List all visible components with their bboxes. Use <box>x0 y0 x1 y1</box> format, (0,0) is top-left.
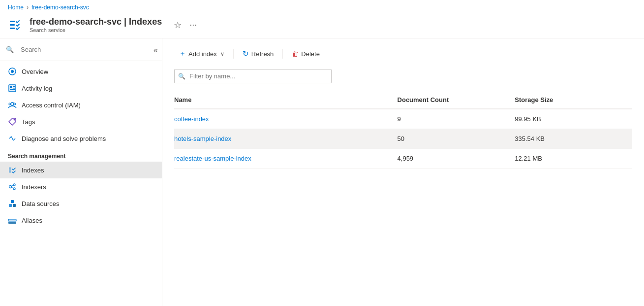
col-header-count: Document Count <box>398 91 515 109</box>
svg-point-22 <box>13 188 15 190</box>
indexes-table: Name Document Count Storage Size coffee-… <box>174 91 632 169</box>
delete-label: Delete <box>301 50 320 58</box>
index-doc-count: 50 <box>398 129 515 149</box>
add-index-button[interactable]: ＋ Add index ∨ <box>174 46 229 61</box>
svg-rect-0 <box>10 21 15 22</box>
page-title: free-demo-search-svc | Indexes <box>30 17 162 27</box>
index-name-link[interactable]: coffee-index <box>174 115 209 123</box>
index-storage-size: 335.54 KB <box>515 129 632 149</box>
search-icon: 🔍 <box>6 46 14 53</box>
add-icon: ＋ <box>179 49 186 58</box>
collapse-button[interactable]: « <box>150 43 162 57</box>
sidebar-item-tags[interactable]: Tags <box>0 113 162 130</box>
sidebar-item-aliases[interactable]: Aliases <box>0 212 162 229</box>
svg-rect-6 <box>10 86 12 88</box>
index-name-cell: realestate-us-sample-index <box>174 149 398 169</box>
filter-input-wrapper <box>174 69 332 83</box>
svg-line-24 <box>12 187 14 188</box>
refresh-button[interactable]: ↻ Refresh <box>238 46 279 61</box>
indexes-table-wrap: Name Document Count Storage Size coffee-… <box>174 91 632 298</box>
header-actions: ☆ ··· <box>172 18 199 33</box>
svg-line-15 <box>11 136 13 140</box>
svg-rect-1 <box>10 24 15 26</box>
add-dropdown-icon: ∨ <box>220 51 224 57</box>
sidebar-item-overview-label: Overview <box>22 68 48 75</box>
aliases-icon <box>8 216 17 225</box>
svg-rect-28 <box>8 219 16 221</box>
toolbar-separator <box>233 49 234 59</box>
sidebar-item-diagnose[interactable]: Diagnose and solve problems <box>0 130 162 147</box>
svg-line-16 <box>13 138 15 140</box>
svg-rect-26 <box>13 204 16 207</box>
svg-point-20 <box>9 186 12 188</box>
sidebar-item-activity-log[interactable]: Activity log <box>0 80 162 97</box>
refresh-icon: ↻ <box>243 49 249 58</box>
activity-log-icon <box>8 84 17 93</box>
data-sources-icon <box>8 199 17 208</box>
svg-rect-9 <box>10 89 15 90</box>
page-subtitle: Search service <box>30 27 162 33</box>
sidebar-item-data-sources-label: Data sources <box>22 200 60 207</box>
breadcrumb-home[interactable]: Home <box>8 4 24 11</box>
table-row: hotels-sample-index50335.54 KB <box>174 129 632 149</box>
toolbar: ＋ Add index ∨ ↻ Refresh 🗑 Delete <box>174 46 632 61</box>
refresh-label: Refresh <box>251 50 274 58</box>
svg-point-13 <box>14 119 15 121</box>
svg-rect-7 <box>13 86 15 87</box>
svg-line-23 <box>12 185 14 186</box>
index-name-link[interactable]: realestate-us-sample-index <box>174 155 251 162</box>
diagnose-icon <box>8 134 17 143</box>
svg-rect-2 <box>10 28 15 29</box>
sidebar-item-indexes[interactable]: Indexes <box>0 162 162 178</box>
favorite-button[interactable]: ☆ <box>172 18 184 33</box>
delete-button[interactable]: 🗑 Delete <box>287 47 325 61</box>
svg-line-14 <box>9 136 11 138</box>
filter-bar <box>174 69 632 83</box>
index-storage-size: 12.21 MB <box>515 149 632 169</box>
header-text: free-demo-search-svc | Indexes Search se… <box>30 17 162 33</box>
svg-point-4 <box>11 70 14 73</box>
tags-icon <box>8 117 17 126</box>
sidebar-item-access-control-label: Access control (IAM) <box>22 102 81 109</box>
index-name-cell: coffee-index <box>174 109 398 129</box>
index-doc-count: 4,959 <box>398 149 515 169</box>
sidebar-search-container: 🔍 « <box>0 38 162 61</box>
index-name-cell: hotels-sample-index <box>174 129 398 149</box>
sidebar-nav: Overview Activity log Access control (IA… <box>0 61 162 306</box>
svg-rect-25 <box>9 204 12 207</box>
search-input[interactable] <box>17 43 156 56</box>
overview-icon <box>8 67 17 76</box>
index-name-link[interactable]: hotels-sample-index <box>174 135 231 142</box>
sidebar-item-overview[interactable]: Overview <box>0 63 162 80</box>
sidebar-item-activity-log-label: Activity log <box>22 85 52 92</box>
breadcrumb-separator: › <box>27 4 29 11</box>
sidebar-item-aliases-label: Aliases <box>22 217 42 224</box>
table-row: realestate-us-sample-index4,95912.21 MB <box>174 149 632 169</box>
filter-input[interactable] <box>174 69 332 83</box>
col-header-name: Name <box>174 91 398 109</box>
main-content: ＋ Add index ∨ ↻ Refresh 🗑 Delete <box>162 38 644 306</box>
breadcrumb: Home › free-demo-search-svc <box>0 0 644 15</box>
index-doc-count: 9 <box>398 109 515 129</box>
svg-point-21 <box>13 184 15 186</box>
access-control-icon <box>8 101 17 109</box>
sidebar-item-indexers-label: Indexers <box>22 183 46 191</box>
sidebar: 🔍 « Overview Activity log <box>0 38 162 306</box>
toolbar-separator-2 <box>282 49 283 59</box>
breadcrumb-service[interactable]: free-demo-search-svc <box>31 4 89 11</box>
table-row: coffee-index999.95 KB <box>174 109 632 129</box>
indexers-icon <box>8 182 17 191</box>
sidebar-item-data-sources[interactable]: Data sources <box>0 195 162 212</box>
sidebar-item-diagnose-label: Diagnose and solve problems <box>22 135 106 142</box>
sidebar-item-tags-label: Tags <box>22 118 35 126</box>
sidebar-item-access-control[interactable]: Access control (IAM) <box>0 97 162 113</box>
add-index-label: Add index <box>188 50 217 58</box>
svg-rect-29 <box>8 222 16 224</box>
delete-icon: 🗑 <box>292 50 299 58</box>
index-storage-size: 99.95 KB <box>515 109 632 129</box>
sidebar-item-indexes-label: Indexes <box>22 167 44 174</box>
search-management-section: Search management <box>0 147 162 162</box>
more-options-button[interactable]: ··· <box>187 18 199 32</box>
page-header: free-demo-search-svc | Indexes Search se… <box>0 15 644 38</box>
sidebar-item-indexers[interactable]: Indexers <box>0 178 162 195</box>
